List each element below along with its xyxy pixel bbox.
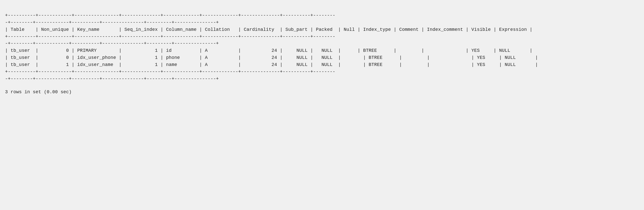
line-5: +----------+------------+---------------… (5, 69, 335, 74)
line-3: +----------+------------+---------------… (5, 34, 335, 39)
data-row-2a: | tb_user | 0 | idx_user_phone | 1 | pho… (5, 55, 538, 60)
line-4: -+--------+------------+----------+-----… (5, 41, 219, 46)
data-row-1a: | tb_user | 0 | PRIMARY | 1 | id | A | 2… (5, 48, 533, 53)
line-2: -+--------+------------+----------+-----… (5, 20, 219, 25)
result-summary: 3 rows in set (0.00 sec) (0, 86, 644, 98)
line-6: -+--------+------------+----------+-----… (5, 76, 219, 81)
header-row: | Table | Non_unique | Key_name | Seq_in… (5, 27, 533, 32)
line-1: +----------+------------+---------------… (5, 13, 335, 18)
data-row-3a: | tb_user | 1 | idx_user_name | 1 | name… (5, 62, 538, 67)
terminal-output: +----------+------------+---------------… (0, 3, 644, 85)
